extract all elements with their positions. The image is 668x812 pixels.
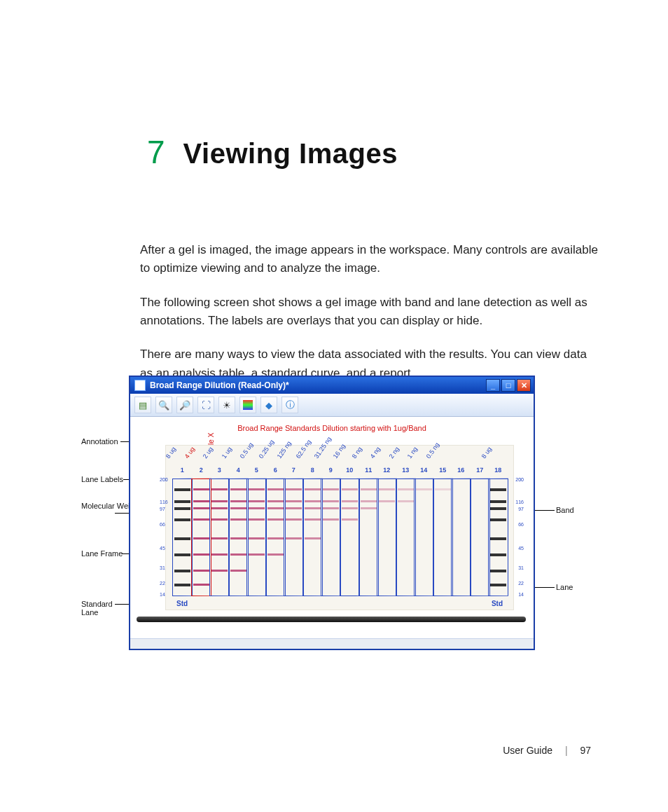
color-map-button[interactable] [239,397,256,413]
lane-number: 7 [284,467,303,474]
chapter-title: Viewing Images [183,138,398,170]
lane-number: 11 [359,467,378,474]
band [211,507,228,509]
band [211,553,228,556]
lane-frame[interactable]: 18 ug [172,479,193,596]
band [230,500,246,502]
horizontal-scrollbar[interactable] [130,638,534,649]
zoom-in-button[interactable]: 🔍 [155,397,172,413]
band [193,507,209,509]
band [230,507,246,509]
band [490,500,506,503]
std-label-left: Std [176,600,188,607]
mw-label: 31 [160,565,165,570]
app-window: Broad Range Dilution (Read-Only)* _ □ ✕ … [129,376,535,650]
band [286,507,302,509]
lane-number: 10 [340,467,359,474]
band [174,537,190,540]
band [174,553,190,556]
band [342,488,358,490]
callout-lane: Lane [556,583,573,591]
zoom-out-button[interactable]: 🔎 [176,397,193,413]
gel-heading: Broad Range Standards Dilution starting … [130,424,534,432]
band [193,537,209,539]
mw-label: 97 [518,507,524,511]
band [435,488,451,490]
title-bar[interactable]: Broad Range Dilution (Read-Only)* _ □ ✕ [130,377,534,394]
lane-number: 9 [321,467,340,474]
lane-frame[interactable]: 188 ug [488,479,508,596]
band [230,518,246,521]
band [398,488,414,490]
lane-frame[interactable]: 150.5 ng [433,479,453,596]
band [230,537,246,539]
lane-frame[interactable]: 862.5 ng [302,479,323,596]
band [211,488,228,490]
lane-frame[interactable]: 50.5 ug [246,479,267,596]
lane-number: 5 [247,467,266,474]
band [323,518,339,521]
footer-doc: User Guide [503,745,552,756]
maximize-button[interactable]: □ [501,379,515,392]
lane-frame[interactable]: 141 ng [414,479,434,596]
band [490,570,506,572]
band [174,500,190,503]
band [398,500,414,502]
lane-frame[interactable]: 118 ng [359,479,379,596]
band [416,488,432,490]
window-title: Broad Range Dilution (Read-Only)* [150,380,289,390]
brightness-button[interactable]: ☀ [218,397,235,413]
band [286,518,302,521]
mw-label: 14 [160,592,165,597]
callout-band: Band [556,506,574,514]
lane-frame[interactable]: 124 ng [377,479,397,596]
gel-image-viewport[interactable]: Broad Range Standards Dilution starting … [130,417,534,638]
chapter-number: 7 [147,133,165,171]
lane-number: 8 [303,467,322,474]
band [249,507,265,509]
window-icon [134,380,146,391]
fit-button[interactable]: ⛶ [197,397,214,413]
band [267,537,284,539]
close-button[interactable]: ✕ [517,379,531,392]
band [305,537,321,539]
band [286,488,302,490]
lane-number: 4 [229,467,248,474]
band [174,507,190,510]
lane-number: 2 [192,467,211,474]
lane-frame[interactable]: 7125 ng [284,479,304,596]
mw-label: 200 [515,477,524,482]
band [249,500,265,502]
lane-frame[interactable]: 931.25 ng [321,479,341,596]
lane-frame[interactable]: 16 [451,479,471,596]
band [323,507,339,509]
lane-frame[interactable]: 41 ug [228,479,249,596]
tree-view-button[interactable]: ▤ [134,397,151,413]
lane-frame[interactable]: 1016 ng [340,479,360,596]
band [249,537,265,539]
band [490,488,506,491]
band [230,553,246,556]
lane-number: 6 [266,467,285,474]
tag-button[interactable]: ◆ [260,397,277,413]
lane-number: 17 [471,467,489,474]
callout-standard-lane: Standard Lane [81,600,116,617]
band [193,553,209,556]
lane-frame[interactable]: 17 [470,479,490,596]
minimize-button[interactable]: _ [486,379,500,392]
lane-frame[interactable]: 24 ug [191,479,211,596]
lane-number: 13 [396,467,415,474]
intro-paragraph-2: The following screen shot shows a gel im… [140,294,598,331]
band [361,488,377,490]
toolbar: ▤ 🔍 🔎 ⛶ ☀ ◆ ⓘ [130,394,534,417]
band [379,488,395,490]
info-button[interactable]: ⓘ [281,397,298,413]
lane-frame[interactable]: 32 ug [209,479,230,596]
lane-frame[interactable]: 132 ng [396,479,416,596]
band [193,570,209,572]
band [211,518,228,521]
band [267,507,284,509]
band [305,518,321,521]
lane-frame[interactable]: 60.25 ug [265,479,286,596]
lane-number: 16 [452,467,471,474]
